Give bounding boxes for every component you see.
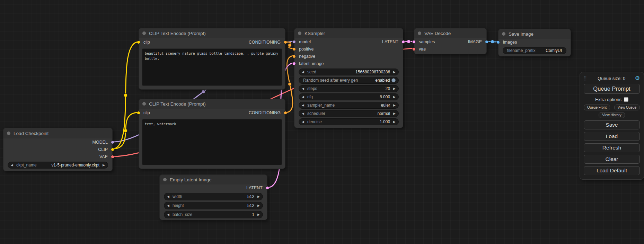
conditioning-output-dot[interactable] [284, 111, 287, 115]
node-title-bar[interactable]: Empty Latent Image [160, 175, 267, 184]
widget-batch-size[interactable]: ◀ batch_size 1 ▶ [164, 211, 263, 218]
widget-random-seed-toggle[interactable]: Random seed after every gen enabled [299, 77, 399, 84]
decrement-arrow-icon[interactable]: ◀ [302, 96, 304, 99]
extra-options-label: Extra options [595, 97, 621, 102]
latent-image-input-dot[interactable] [292, 62, 296, 65]
widget-filename-prefix[interactable]: filename_prefix ComfyUI [503, 47, 566, 54]
node-clip-text-encode-positive[interactable]: CLIP Text Encode (Prompt) clip CONDITION… [139, 28, 285, 90]
slot-label-image: IMAGE [468, 39, 482, 44]
refresh-button[interactable]: Refresh [584, 143, 640, 152]
images-input-dot[interactable] [496, 40, 500, 44]
extra-options-checkbox[interactable] [624, 97, 628, 102]
node-title-bar[interactable]: Save Image [499, 29, 571, 39]
node-title-bar[interactable]: VAE Decode [414, 28, 486, 38]
comfyui-canvas[interactable]: { "nodes": { "load_checkpoint": { "title… [0, 0, 644, 244]
widget-label: filename_prefix [507, 48, 535, 53]
collapse-dot[interactable] [142, 102, 146, 106]
node-title-bar[interactable]: KSampler [294, 28, 403, 38]
collapse-dot[interactable] [7, 132, 10, 135]
node-title-bar[interactable]: CLIP Text Encode (Prompt) [139, 28, 285, 38]
increment-arrow-icon[interactable]: ▶ [257, 213, 260, 216]
load-default-button[interactable]: Load Default [584, 166, 640, 175]
increment-arrow-icon[interactable]: ▶ [103, 164, 105, 167]
load-button[interactable]: Load [584, 132, 640, 141]
settings-gear-icon[interactable]: ⚙ [635, 75, 640, 81]
negative-prompt-textarea[interactable]: text, watermark [142, 119, 282, 165]
node-load-checkpoint[interactable]: Load Checkpoint MODEL CLIP VAE ◀ ckpt_na… [3, 128, 113, 171]
widget-label: sampler_name [307, 103, 335, 108]
decrement-arrow-icon[interactable]: ◀ [167, 195, 169, 198]
collapse-dot[interactable] [298, 31, 301, 35]
clip-input-dot[interactable] [137, 40, 140, 44]
widget-scheduler[interactable]: ◀ scheduler normal ▶ [299, 110, 399, 117]
clip-input-dot[interactable] [137, 111, 140, 115]
widget-value: 1 [252, 212, 254, 217]
node-title: Save Image [509, 31, 533, 37]
decrement-arrow-icon[interactable]: ◀ [167, 213, 169, 216]
increment-arrow-icon[interactable]: ▶ [393, 104, 396, 107]
latent-output-dot[interactable] [266, 186, 269, 190]
link-midpoint-dot [124, 94, 127, 97]
vae-input-dot[interactable] [412, 47, 416, 51]
model-input-dot[interactable] [292, 40, 296, 44]
increment-arrow-icon[interactable]: ▶ [393, 112, 396, 115]
drag-handle-icon[interactable]: ⣿ [584, 76, 587, 81]
node-vae-decode[interactable]: VAE Decode samples IMAGE vae [414, 28, 487, 54]
widget-sampler-name[interactable]: ◀ sampler_name euler ▶ [299, 102, 399, 109]
positive-prompt-textarea[interactable]: beautiful scenery nature glass bottle la… [142, 48, 282, 86]
collapse-dot[interactable] [163, 178, 167, 181]
model-output-dot[interactable] [111, 141, 114, 144]
queue-front-button[interactable]: Queue Front [584, 105, 610, 110]
decrement-arrow-icon[interactable]: ◀ [302, 71, 304, 74]
image-output-dot[interactable] [485, 40, 488, 44]
increment-arrow-icon[interactable]: ▶ [393, 87, 396, 90]
widget-height[interactable]: ◀ height 512 ▶ [164, 202, 263, 209]
clear-button[interactable]: Clear [584, 155, 640, 164]
negative-input-dot[interactable] [292, 55, 296, 58]
decrement-arrow-icon[interactable]: ◀ [302, 120, 304, 124]
collapse-dot[interactable] [418, 31, 421, 35]
widget-ckpt-name[interactable]: ◀ ckpt_name v1-5-pruned-emaonly.ckpt ▶ [8, 162, 108, 169]
decrement-arrow-icon[interactable]: ◀ [167, 204, 169, 207]
vae-output-dot[interactable] [111, 155, 114, 159]
widget-cfg[interactable]: ◀ cfg 8.000 ▶ [299, 93, 399, 100]
widget-label: Random seed after every gen [303, 78, 358, 83]
increment-arrow-icon[interactable]: ▶ [393, 71, 396, 74]
clip-output-dot[interactable] [111, 148, 114, 151]
link-midpoint-dot [491, 40, 494, 44]
increment-arrow-icon[interactable]: ▶ [393, 96, 396, 99]
decrement-arrow-icon[interactable]: ◀ [302, 104, 304, 107]
save-button[interactable]: Save [584, 120, 640, 129]
history-row: View History [584, 112, 640, 118]
widget-seed[interactable]: ◀ seed 156680208700286 ▶ [299, 69, 399, 75]
collapse-dot[interactable] [502, 32, 505, 36]
widget-steps[interactable]: ◀ steps 20 ▶ [299, 85, 399, 92]
node-title-bar[interactable]: CLIP Text Encode (Prompt) [139, 99, 285, 109]
view-queue-button[interactable]: View Queue [614, 105, 640, 110]
node-save-image[interactable]: Save Image images filename_prefix ComfyU… [498, 29, 571, 56]
decrement-arrow-icon[interactable]: ◀ [302, 87, 304, 90]
node-empty-latent-image[interactable]: Empty Latent Image LATENT ◀ width 512 ▶ … [159, 174, 267, 220]
increment-arrow-icon[interactable]: ▶ [393, 120, 396, 124]
latent-output-dot[interactable] [402, 40, 405, 44]
widget-value: v1-5-pruned-emaonly.ckpt [52, 163, 100, 168]
queue-prompt-button[interactable]: Queue Prompt [584, 84, 640, 94]
increment-arrow-icon[interactable]: ▶ [257, 195, 260, 198]
widget-denoise[interactable]: ◀ denoise 1.000 ▶ [299, 118, 399, 125]
decrement-arrow-icon[interactable]: ◀ [11, 164, 13, 167]
node-clip-text-encode-negative[interactable]: CLIP Text Encode (Prompt) clip CONDITION… [139, 99, 285, 169]
collapse-dot[interactable] [142, 31, 146, 35]
positive-input-dot[interactable] [292, 47, 296, 51]
widget-value: 512 [247, 203, 254, 208]
increment-arrow-icon[interactable]: ▶ [257, 204, 260, 207]
link-midpoint-dot [288, 44, 292, 47]
decrement-arrow-icon[interactable]: ◀ [302, 112, 304, 115]
view-history-button[interactable]: View History [599, 112, 625, 118]
node-title-bar[interactable]: Load Checkpoint [3, 128, 112, 138]
samples-input-dot[interactable] [412, 40, 416, 44]
input-slot-vae: vae [414, 45, 486, 53]
conditioning-output-dot[interactable] [284, 40, 287, 44]
toggle-knob-icon[interactable] [391, 78, 396, 82]
widget-width[interactable]: ◀ width 512 ▶ [164, 193, 263, 200]
node-ksampler[interactable]: KSampler model LATENT positive negative … [294, 28, 403, 128]
